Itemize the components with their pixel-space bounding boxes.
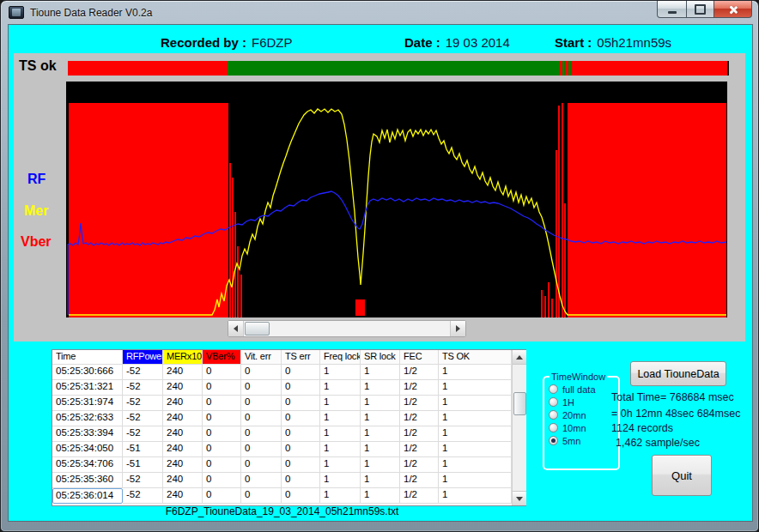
table-row[interactable]: 05:25:34:706-51240000111/21 bbox=[52, 457, 512, 473]
start-value: 05h21mn59s bbox=[597, 35, 671, 50]
table-cell: 0 bbox=[241, 442, 282, 457]
minimize-button[interactable] bbox=[657, 1, 687, 18]
column-header-fec[interactable]: FEC bbox=[400, 350, 439, 365]
arrow-up-icon bbox=[516, 355, 523, 360]
table-cell: 240 bbox=[163, 473, 203, 488]
table-cell: 1 bbox=[361, 426, 400, 442]
table-cell: 1 bbox=[439, 457, 512, 473]
arrow-left-icon bbox=[234, 325, 238, 332]
table-row[interactable]: 05:25:34:050-51240000111/21 bbox=[52, 442, 512, 457]
title-bar[interactable]: Tioune Data Reader V0.2a bbox=[1, 1, 758, 24]
table-cell: 1/2 bbox=[400, 473, 439, 488]
table-cell: 1 bbox=[320, 411, 361, 426]
column-header-vber-[interactable]: VBer% bbox=[203, 350, 241, 365]
load-data-button[interactable]: Load TiouneData bbox=[630, 361, 726, 386]
table-cell: 1 bbox=[320, 473, 361, 488]
table-cell: 05:25:30:666 bbox=[52, 365, 123, 380]
table-scroll-track[interactable] bbox=[513, 365, 526, 491]
scroll-right-button[interactable] bbox=[450, 321, 465, 336]
scroll-left-button[interactable] bbox=[228, 321, 244, 336]
radio-selected-icon bbox=[549, 436, 558, 445]
column-header-time[interactable]: Time bbox=[52, 350, 123, 365]
table-row[interactable]: 05:25:32:633-52240000111/21 bbox=[52, 411, 512, 426]
table-row[interactable]: 05:25:36:014-52240000111/21 bbox=[52, 488, 512, 504]
table-scroll-thumb[interactable] bbox=[513, 392, 526, 415]
table-cell: 1 bbox=[439, 426, 512, 442]
table-cell: 0 bbox=[203, 473, 241, 488]
table-cell: 1 bbox=[361, 488, 400, 504]
table-cell: 0 bbox=[241, 380, 282, 396]
time-window-option-5mn[interactable]: 5mn bbox=[549, 434, 616, 447]
date-label: Date : bbox=[404, 35, 440, 50]
table-cell: 240 bbox=[163, 442, 203, 457]
column-header-merx10[interactable]: MERx10 bbox=[163, 350, 203, 365]
table-cell: -52 bbox=[123, 365, 163, 380]
column-header-sr-lock[interactable]: SR lock bbox=[361, 350, 400, 365]
column-header-rfpower[interactable]: RFPower bbox=[123, 350, 163, 365]
close-button[interactable] bbox=[714, 1, 752, 18]
table-cell: 240 bbox=[163, 488, 203, 504]
recorded-by: Recorded by :F6DZP bbox=[161, 35, 293, 50]
table-cell: 05:25:36:014 bbox=[52, 488, 123, 504]
table-cell: 1 bbox=[439, 396, 512, 411]
maximize-button[interactable] bbox=[687, 1, 714, 18]
table-row[interactable]: 05:25:31:321-52240000111/21 bbox=[52, 380, 512, 396]
column-header-freq-lock[interactable]: Freq lock bbox=[320, 350, 361, 365]
radio-icon bbox=[549, 397, 558, 407]
table-cell: 1 bbox=[439, 442, 512, 457]
time-window-option-10mn[interactable]: 10mn bbox=[549, 421, 616, 434]
chart-scrollbar[interactable] bbox=[228, 320, 466, 337]
table-row[interactable]: 05:25:30:666-52240000111/21 bbox=[52, 365, 512, 380]
time-window-options: full data1H20mn10mn5mn bbox=[549, 383, 616, 447]
table-scrollbar[interactable] bbox=[512, 350, 526, 505]
table-cell: 1/2 bbox=[400, 442, 439, 457]
date-value: 19 03 2014 bbox=[446, 35, 510, 50]
table-cell: -51 bbox=[123, 457, 163, 473]
table-cell: 240 bbox=[163, 396, 203, 411]
table-cell: 0 bbox=[241, 488, 282, 504]
signal-loss-region bbox=[69, 103, 228, 317]
table-row[interactable]: 05:25:31:974-52240000111/21 bbox=[52, 396, 512, 411]
table-cell: -52 bbox=[123, 411, 163, 426]
scroll-thumb[interactable] bbox=[245, 322, 270, 336]
table-row[interactable]: 05:25:33:394-52240000111/21 bbox=[52, 426, 512, 442]
start-label: Start : bbox=[555, 35, 592, 50]
table-cell: 240 bbox=[163, 380, 203, 396]
column-header-ts-err[interactable]: TS err bbox=[282, 350, 320, 365]
vber-trace-label: Vber bbox=[21, 235, 52, 249]
column-header-vit-err[interactable]: Vit. err bbox=[241, 350, 282, 365]
time-window-option-20mn[interactable]: 20mn bbox=[549, 408, 616, 421]
table-cell: 0 bbox=[241, 457, 282, 473]
app-icon bbox=[9, 6, 24, 19]
table-cell: 05:25:31:974 bbox=[52, 396, 123, 411]
column-header-ts-ok[interactable]: TS OK bbox=[439, 350, 512, 365]
quit-button[interactable]: Quit bbox=[652, 455, 712, 496]
table-cell: 0 bbox=[282, 380, 320, 396]
table-cell: 1 bbox=[361, 365, 400, 380]
time-window-option-1H[interactable]: 1H bbox=[549, 396, 616, 408]
start-time: Start :05h21mn59s bbox=[555, 35, 671, 50]
table-cell: 05:25:35:360 bbox=[52, 473, 123, 488]
table-cell: 240 bbox=[163, 426, 203, 442]
table-cell: -52 bbox=[123, 473, 163, 488]
scroll-up-button[interactable] bbox=[513, 350, 526, 365]
ts-bar-segment bbox=[571, 61, 727, 76]
scroll-track[interactable] bbox=[244, 321, 450, 336]
radio-icon bbox=[549, 384, 558, 394]
ts-status-bar bbox=[68, 61, 729, 76]
total-time-text: Total Time= 768684 msec bbox=[611, 390, 749, 405]
window-title: Tioune Data Reader V0.2a bbox=[30, 7, 152, 19]
table-cell: 0 bbox=[282, 365, 320, 380]
table-row[interactable]: 05:25:35:360-52240000111/21 bbox=[52, 473, 512, 488]
table-cell: 0 bbox=[241, 426, 282, 442]
table-cell: 1 bbox=[320, 396, 361, 411]
time-window-group: TimeWindow full data1H20mn10mn5mn bbox=[543, 372, 620, 470]
signal-loss-region bbox=[355, 299, 365, 316]
table-cell: 1 bbox=[361, 442, 400, 457]
time-window-option-full-data[interactable]: full data bbox=[549, 383, 616, 396]
table-cell: 05:25:34:050 bbox=[52, 442, 123, 457]
ts-bar-segment bbox=[228, 61, 560, 76]
table-cell: 0 bbox=[203, 426, 241, 442]
table-cell: 240 bbox=[163, 411, 203, 426]
scroll-down-button[interactable] bbox=[513, 491, 526, 505]
